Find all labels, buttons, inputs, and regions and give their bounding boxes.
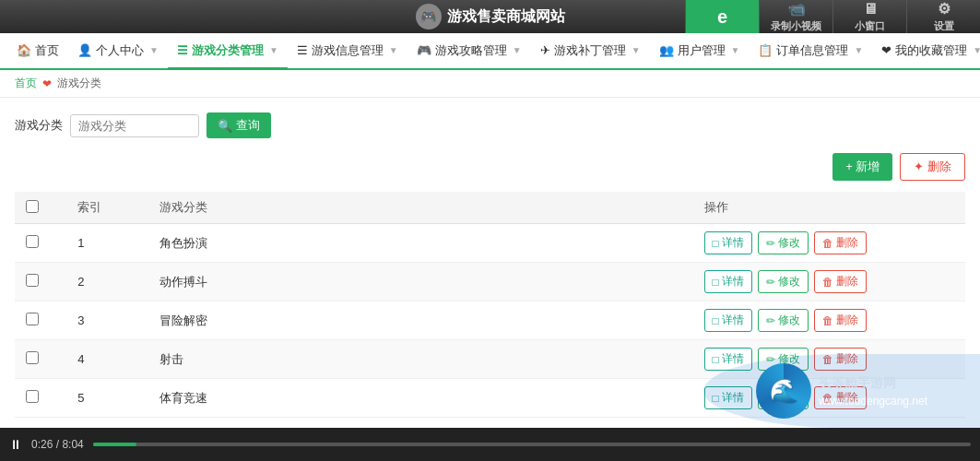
small-window-btn[interactable]: 🖥 小窗口: [832, 0, 906, 33]
nav-profile[interactable]: 👤 个人中心 ▼: [68, 33, 168, 70]
table-row: 2 动作搏斗 □ 详情 ✏ 修改 🗑 删除: [15, 263, 965, 301]
detail-button[interactable]: □ 详情: [704, 231, 752, 254]
delete-button[interactable]: 🗑 删除: [814, 386, 867, 409]
game-guide-icon: 🎮: [417, 43, 431, 57]
edit-icon: ✏: [766, 276, 775, 289]
nav-game-patch-label: 游戏补丁管理: [554, 42, 626, 59]
nav-game-guide-label: 游戏攻略管理: [435, 42, 507, 59]
action-bar: + 新增 ✦ 删除: [15, 153, 965, 181]
delete-icon: 🗑: [822, 392, 833, 405]
nav-game-patch[interactable]: ✈ 游戏补丁管理 ▼: [531, 33, 650, 70]
nav-game-guide[interactable]: 🎮 游戏攻略管理 ▼: [407, 33, 531, 70]
favorites-icon: ❤: [881, 43, 891, 57]
detail-icon: □: [713, 314, 719, 327]
nav-order-label: 订单信息管理: [776, 42, 848, 59]
video-play-button[interactable]: ⏸: [9, 437, 22, 452]
video-time: 0:26 / 8:04: [31, 438, 84, 451]
edit-icon: ✏: [766, 392, 775, 405]
edit-button[interactable]: ✏ 修改: [758, 386, 809, 409]
home-icon: 🏠: [17, 43, 31, 57]
search-button[interactable]: 🔍 查询: [207, 112, 271, 138]
nav-home[interactable]: 🏠 首页: [7, 33, 68, 70]
search-button-label: 查询: [236, 117, 260, 134]
header-checkbox-col: [15, 192, 66, 224]
green-icon-btn[interactable]: e: [685, 0, 759, 33]
game-info-arrow-icon: ▼: [389, 45, 398, 55]
row-checkbox[interactable]: [26, 274, 39, 287]
nav-game-category[interactable]: ☰ 游戏分类管理 ▼: [168, 33, 288, 70]
header-ops: 操作: [693, 192, 965, 224]
record-video-btn[interactable]: 📹 录制小视频: [759, 0, 832, 33]
video-bar: ⏸ 0:26 / 8:04: [0, 428, 980, 461]
row-index: 3: [66, 301, 148, 340]
profile-icon: 👤: [77, 43, 92, 57]
row-actions: □ 详情 ✏ 修改 🗑 删除: [704, 231, 954, 254]
data-table: 索引 游戏分类 操作 1 角色扮演 □ 详情 ✏: [15, 192, 965, 418]
detail-button[interactable]: □ 详情: [704, 309, 752, 332]
edit-icon: ✏: [766, 353, 775, 366]
edit-button[interactable]: ✏ 修改: [758, 309, 809, 332]
detail-button[interactable]: □ 详情: [704, 270, 752, 293]
detail-button[interactable]: □ 详情: [704, 386, 752, 409]
detail-icon: □: [713, 392, 719, 405]
settings-btn[interactable]: ⚙ 设置: [906, 0, 980, 33]
video-current-time: 0:26: [31, 438, 53, 451]
game-info-icon: ☰: [297, 43, 308, 57]
edit-button[interactable]: ✏ 修改: [758, 231, 809, 254]
delete-button[interactable]: 🗑 删除: [814, 231, 867, 254]
green-icon-symbol: e: [717, 6, 727, 28]
settings-label: 设置: [934, 19, 954, 33]
record-video-label: 录制小视频: [771, 19, 821, 33]
detail-button[interactable]: □ 详情: [704, 348, 752, 371]
add-button[interactable]: + 新增: [832, 153, 892, 181]
row-ops: □ 详情 ✏ 修改 🗑 删除: [693, 379, 965, 418]
detail-label: 详情: [722, 351, 744, 367]
row-checkbox-cell: [15, 263, 66, 301]
edit-icon: ✏: [766, 314, 775, 327]
nav-game-info[interactable]: ☰ 游戏信息管理 ▼: [288, 33, 407, 70]
search-input[interactable]: [70, 114, 199, 137]
delete-button[interactable]: 🗑 删除: [814, 309, 867, 332]
delete-button[interactable]: 🗑 删除: [814, 270, 867, 293]
edit-button[interactable]: ✏ 修改: [758, 270, 809, 293]
game-category-arrow-icon: ▼: [269, 45, 278, 55]
row-checkbox[interactable]: [26, 351, 39, 364]
edit-button[interactable]: ✏ 修改: [758, 348, 809, 371]
row-checkbox-cell: [15, 379, 66, 418]
edit-label: 修改: [778, 235, 800, 251]
bulk-delete-button[interactable]: ✦ 删除: [900, 153, 965, 181]
game-patch-arrow-icon: ▼: [632, 45, 641, 55]
nav-bar: 🏠 首页 👤 个人中心 ▼ ☰ 游戏分类管理 ▼ ☰ 游戏信息管理 ▼ 🎮 游戏…: [0, 33, 980, 70]
row-checkbox[interactable]: [26, 390, 39, 403]
row-ops: □ 详情 ✏ 修改 🗑 删除: [693, 340, 965, 379]
row-actions: □ 详情 ✏ 修改 🗑 删除: [704, 309, 954, 332]
delete-button[interactable]: 🗑 删除: [814, 348, 867, 371]
row-checkbox[interactable]: [26, 313, 39, 325]
row-checkbox[interactable]: [26, 235, 39, 248]
settings-icon: ⚙: [938, 0, 950, 18]
nav-game-info-label: 游戏信息管理: [312, 42, 384, 59]
detail-label: 详情: [722, 235, 744, 251]
row-index: 2: [66, 263, 148, 301]
edit-label: 修改: [778, 351, 800, 367]
record-video-icon: 📹: [787, 0, 806, 18]
nav-favorites-label: 我的收藏管理: [895, 42, 967, 59]
row-checkbox-cell: [15, 224, 66, 263]
delete-label: 删除: [836, 274, 858, 290]
search-label: 游戏分类: [15, 117, 63, 134]
delete-label: 删除: [836, 235, 858, 251]
nav-user[interactable]: 👥 用户管理 ▼: [650, 33, 750, 70]
game-patch-icon: ✈: [540, 43, 550, 57]
row-index: 4: [66, 340, 148, 379]
nav-order[interactable]: 📋 订单信息管理 ▼: [749, 33, 872, 70]
delete-icon: 🗑: [822, 276, 833, 289]
video-progress-bar[interactable]: [93, 443, 971, 446]
main-content: 游戏分类 🔍 查询 + 新增 ✦ 删除 索引 游戏分类 操作: [0, 98, 980, 461]
breadcrumb: 首页 ❤ 游戏分类: [0, 70, 980, 98]
breadcrumb-home[interactable]: 首页: [15, 76, 37, 91]
table-row: 3 冒险解密 □ 详情 ✏ 修改 🗑 删除: [15, 301, 965, 340]
detail-icon: □: [713, 276, 719, 289]
header-category: 游戏分类: [148, 192, 693, 224]
nav-favorites[interactable]: ❤ 我的收藏管理 ▼: [872, 33, 980, 70]
select-all-checkbox[interactable]: [26, 200, 39, 213]
